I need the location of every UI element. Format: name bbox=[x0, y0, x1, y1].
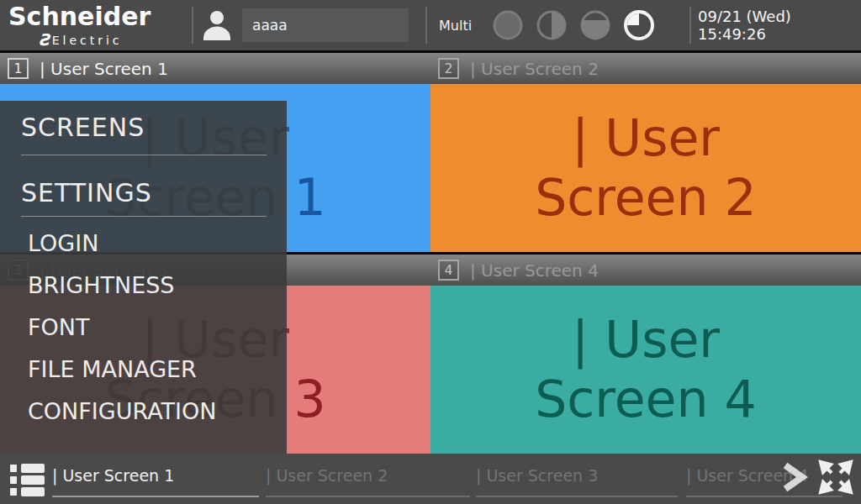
bottom-tab-bar: | User Screen 1 | User Screen 2 | User S… bbox=[0, 454, 861, 504]
pane-4-number-badge: 4 bbox=[438, 260, 459, 281]
logo-line1: Schneider bbox=[8, 4, 151, 29]
layout-mode-buttons bbox=[492, 9, 655, 41]
hmi-screen: | User Screen 1 | User Screen 2 | User S… bbox=[0, 0, 861, 504]
pane-2-text-line2: Screen 2 bbox=[535, 168, 757, 228]
expand-arrows-icon[interactable] bbox=[817, 459, 854, 499]
menu-divider bbox=[21, 155, 267, 155]
pane-4-text-line1: | User bbox=[572, 310, 720, 370]
vertical-split-layout-icon[interactable] bbox=[536, 9, 568, 41]
next-chevron-icon[interactable] bbox=[775, 459, 812, 499]
pane-2-header-title: | User Screen 2 bbox=[470, 59, 599, 79]
tab-user-screen-1[interactable]: | User Screen 1 bbox=[52, 455, 259, 497]
quad-split-layout-icon[interactable] bbox=[623, 9, 655, 41]
settings-menu-items: LOGIN BRIGHTNESS FONT FILE MANAGER CONFI… bbox=[0, 223, 287, 433]
tab-user-screen-2[interactable]: | User Screen 2 bbox=[266, 455, 470, 497]
pane-4-header[interactable]: 4 | User Screen 4 bbox=[430, 252, 861, 286]
menu-section-settings[interactable]: SETTINGS bbox=[21, 178, 152, 207]
logo-line2: Ƨ Electric bbox=[39, 32, 151, 48]
pane-2-number-badge: 2 bbox=[438, 58, 459, 79]
single-screen-layout-icon[interactable] bbox=[492, 9, 524, 41]
topbar-divider bbox=[192, 7, 193, 44]
pane-2-text-line1: | User bbox=[572, 108, 720, 168]
menu-item-login[interactable]: LOGIN bbox=[0, 223, 287, 265]
pane-1-header-title: | User Screen 1 bbox=[40, 59, 168, 79]
pane-2-header[interactable]: 2 | User Screen 2 bbox=[430, 50, 861, 84]
menu-item-font[interactable]: FONT bbox=[0, 307, 287, 349]
username-input[interactable] bbox=[242, 8, 409, 42]
pane-4-header-title: | User Screen 4 bbox=[470, 260, 599, 281]
topbar-divider bbox=[425, 7, 427, 44]
menu-divider bbox=[21, 216, 267, 217]
datetime-display: 09/21 (Wed) 15:49:26 bbox=[698, 0, 851, 50]
topbar-divider bbox=[689, 7, 691, 44]
tab-user-screen-3[interactable]: | User Screen 3 bbox=[476, 455, 678, 497]
user-icon bbox=[200, 8, 234, 45]
pane-1-header[interactable]: 1 | User Screen 1 bbox=[0, 50, 430, 84]
horizontal-split-layout-icon[interactable] bbox=[579, 9, 611, 41]
menu-section-screens[interactable]: SCREENS bbox=[21, 113, 145, 142]
menu-list-icon[interactable] bbox=[8, 460, 45, 501]
top-status-bar: Schneider Ƨ Electric Multi bbox=[0, 0, 861, 50]
user-screen-4-pane[interactable]: | User Screen 4 bbox=[430, 286, 861, 454]
main-menu-panel: SCREENS SETTINGS LOGIN BRIGHTNESS FONT F… bbox=[0, 101, 287, 454]
schneider-mark-icon: Ƨ bbox=[39, 32, 50, 48]
multi-label: Multi bbox=[439, 0, 472, 50]
tab-label: | User Screen 1 bbox=[52, 466, 174, 485]
tab-label: | User Screen 3 bbox=[476, 466, 598, 485]
menu-item-configuration[interactable]: CONFIGURATION bbox=[0, 391, 287, 433]
tab-label: | User Screen 2 bbox=[266, 466, 388, 485]
pane-1-number-badge: 1 bbox=[8, 58, 29, 79]
menu-item-brightness[interactable]: BRIGHTNESS bbox=[0, 265, 287, 307]
schneider-electric-logo: Schneider Ƨ Electric bbox=[8, 4, 151, 48]
user-screen-2-pane[interactable]: | User Screen 2 bbox=[430, 84, 861, 252]
menu-item-file-manager[interactable]: FILE MANAGER bbox=[0, 349, 287, 391]
pane-4-text-line2: Screen 4 bbox=[535, 370, 757, 429]
